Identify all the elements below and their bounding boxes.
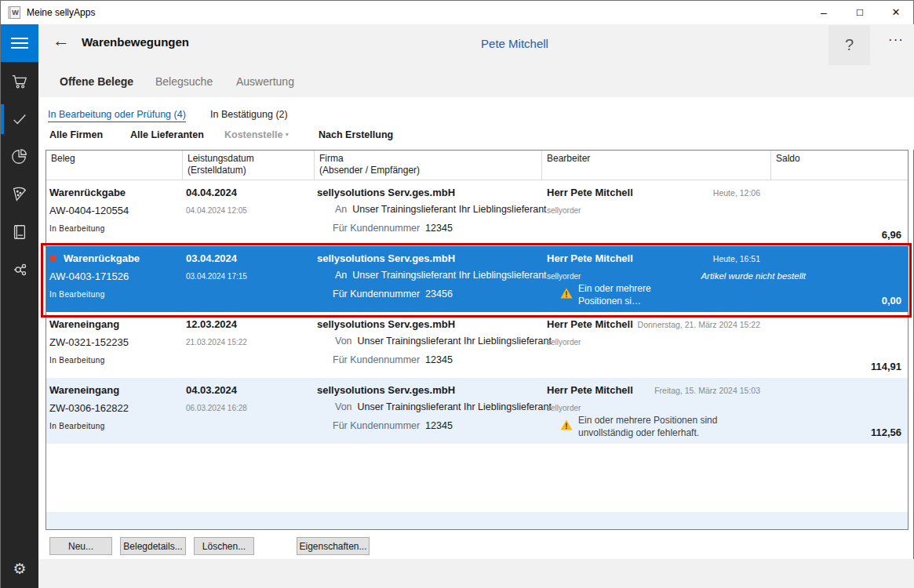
footer-strip	[38, 559, 914, 588]
user-name-link[interactable]: Pete Mitchell	[436, 37, 593, 50]
service-date: 03.04.2024	[186, 252, 237, 264]
partner-line: An Unser Trainingslieferant Ihr Liebling…	[335, 270, 547, 281]
partner-line: An Unser Trainingslieferant Ihr Liebling…	[335, 204, 547, 215]
doc-type: Warenrückgabe	[49, 252, 140, 264]
editor: Herr Pete Mitchell	[547, 252, 633, 264]
sidebar-item-catalog[interactable]	[1, 176, 38, 213]
company: sellysolutions Serv.ges.mbH	[317, 252, 455, 264]
warning-icon	[560, 419, 573, 430]
created-date: 03.04.2024 17:15	[186, 272, 247, 281]
sidebar: ⚙	[1, 24, 38, 588]
row-timestamp: Heute, 16:51	[713, 254, 760, 263]
doc-status: In Bearbeitung	[49, 422, 105, 430]
page-header: ← Warenbewegungen Pete Mitchell ? ··· Of…	[38, 24, 914, 97]
doc-number: ZW-0321-152235	[49, 336, 129, 348]
filter-link-in-bestaetigung[interactable]: In Bestätigung (2)	[210, 109, 288, 120]
table-row[interactable]: WareneingangZW-0306-162822In Bearbeitung…	[46, 378, 908, 444]
more-options-icon[interactable]: ···	[884, 32, 908, 56]
tab-belegsuche[interactable]: Belegsuche	[155, 75, 213, 88]
service-date: 04.03.2024	[186, 384, 237, 396]
sidebar-item-journal[interactable]	[1, 213, 38, 251]
tab-auswertung[interactable]: Auswertung	[236, 75, 294, 88]
editor: Herr Pete Mitchell	[547, 187, 633, 198]
app-window: W Meine sellyApps – ☐ ✕ ⚙	[0, 0, 914, 588]
editor-app: sellyorder	[547, 272, 581, 281]
minimize-button[interactable]: –	[806, 1, 842, 24]
created-date: 21.03.2024 15:22	[186, 338, 247, 347]
menu-icon[interactable]	[1, 24, 38, 62]
close-button[interactable]: ✕	[878, 1, 914, 24]
company: sellysolutions Serv.ges.mbH	[317, 187, 455, 198]
filter-bar: In Bearbeitung oder Prüfung (4) In Bestä…	[38, 97, 914, 150]
book-icon	[11, 223, 28, 241]
company: sellysolutions Serv.ges.mbH	[317, 384, 455, 396]
filter-link-in-bearbeitung[interactable]: In Bearbeitung oder Prüfung (4)	[48, 109, 186, 122]
row-note: Artikel wurde nicht bestellt	[701, 271, 806, 281]
table-header: Beleg Leistungsdatum(Erstelldatum) Firma…	[46, 151, 908, 180]
neu-button[interactable]: Neu...	[49, 537, 112, 555]
pie-chart-icon	[11, 148, 28, 165]
row-timestamp: Heute, 12:06	[713, 188, 760, 198]
belegdetails-button[interactable]: Belegdetails...	[120, 537, 186, 555]
sidebar-item-cart[interactable]	[1, 63, 38, 100]
sidebar-item-tasks[interactable]	[1, 100, 38, 138]
table-row[interactable]: WarenrückgabeAW-0404-120554In Bearbeitun…	[46, 180, 908, 246]
doc-type: Wareneingang	[49, 318, 119, 330]
eigenschaften-button[interactable]: Eigenschaften...	[297, 537, 370, 555]
filter-kostenstelle[interactable]: Kostenstelle ▾	[224, 129, 289, 140]
service-date: 12.03.2024	[186, 318, 237, 330]
saldo-value: 112,56	[871, 426, 901, 438]
saldo-value: 6,96	[882, 229, 901, 241]
warning-icon	[560, 288, 573, 299]
col-leistungsdatum: Leistungsdatum	[188, 153, 314, 165]
col-bearbeiter: Bearbeiter	[547, 153, 770, 165]
saldo-value: 114,91	[871, 361, 901, 372]
row-timestamp: Freitag, 15. März 2024 15:03	[654, 386, 760, 395]
filter-nach-erstellung[interactable]: Nach Erstellung	[319, 129, 393, 140]
settings-gear-icon[interactable]: ⚙	[1, 553, 38, 584]
company: sellysolutions Serv.ges.mbH	[317, 318, 455, 330]
doc-type: Wareneingang	[49, 384, 119, 396]
row-warning: Ein oder mehrerePositionen si…	[560, 282, 651, 307]
sidebar-item-reports[interactable]	[1, 138, 38, 176]
col-beleg: Beleg	[51, 153, 182, 165]
customer-line: Für Kundennummer 12345	[333, 420, 453, 431]
table-row[interactable]: WarenrückgabeAW-0403-171526In Bearbeitun…	[46, 246, 908, 312]
customer-line: Für Kundennummer 23456	[333, 289, 453, 299]
page-title: Warenbewegungen	[82, 35, 189, 49]
row-warning: Ein oder mehrere Positionen sindunvollst…	[560, 414, 717, 439]
col-firma: Firma	[319, 153, 541, 165]
table-row[interactable]: WareneingangZW-0321-152235In Bearbeitung…	[46, 312, 908, 378]
shopping-cart-icon	[11, 73, 28, 90]
doc-number: AW-0404-120554	[49, 205, 129, 216]
service-date: 04.04.2024	[186, 187, 237, 198]
doc-type: Warenrückgabe	[49, 187, 126, 198]
title-bar: W Meine sellyApps – ☐ ✕	[1, 1, 913, 24]
editor: Herr Pete Mitchell	[547, 384, 633, 396]
help-icon[interactable]: ?	[828, 25, 870, 65]
created-date: 06.03.2024 16:28	[186, 404, 247, 412]
partner-line: Von Unser Trainingslieferant Ihr Lieblin…	[335, 401, 552, 412]
doc-number: ZW-0306-162822	[49, 402, 129, 414]
doc-status: In Bearbeitung	[49, 356, 105, 365]
window-title: Meine sellyApps	[27, 7, 95, 18]
tab-offene-belege[interactable]: Offene Belege	[60, 75, 133, 88]
pizza-slice-icon	[11, 186, 28, 203]
editor-app: sellyorder	[547, 206, 581, 215]
share-network-icon	[11, 261, 28, 278]
doc-status: In Bearbeitung	[49, 290, 105, 299]
documents-table: Beleg Leistungsdatum(Erstelldatum) Firma…	[46, 150, 909, 530]
back-arrow-icon[interactable]: ←	[49, 31, 73, 53]
filter-alle-lieferanten[interactable]: Alle Lieferanten	[130, 129, 204, 140]
filter-alle-firmen[interactable]: Alle Firmen	[49, 129, 103, 140]
red-dot-icon	[49, 255, 56, 262]
loeschen-button[interactable]: Löschen...	[194, 537, 254, 555]
horizontal-scrollbar[interactable]	[46, 512, 908, 529]
doc-number: AW-0403-171526	[49, 270, 129, 282]
maximize-button[interactable]: ☐	[842, 1, 878, 24]
created-date: 04.04.2024 12:05	[186, 206, 247, 215]
saldo-value: 0,00	[882, 295, 901, 307]
editor: Herr Pete Mitchell	[547, 318, 633, 330]
sidebar-item-network[interactable]	[1, 251, 38, 289]
partner-line: Von Unser Trainingslieferant Ihr Lieblin…	[335, 336, 552, 347]
